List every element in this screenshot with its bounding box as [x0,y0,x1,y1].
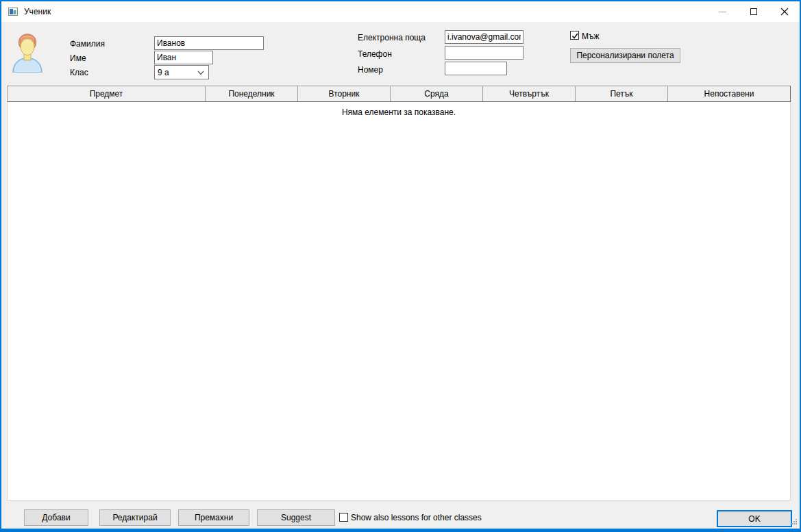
class-select-value: 9 а [158,68,169,77]
column-header-unplaced[interactable]: Непоставени [668,86,790,101]
email-label: Електронна поща [358,33,426,42]
table-header-row: Предмет Понеделник Вторник Сряда Четвърт… [7,86,791,102]
column-header-tuesday[interactable]: Вторник [298,86,391,101]
male-checkbox-label: Мъж [582,31,600,41]
close-button[interactable] [769,1,800,22]
first-name-input[interactable] [154,51,213,64]
edit-button[interactable]: Редактирай [99,509,171,526]
empty-table-message: Няма елементи за показване. [8,107,790,117]
suggest-button[interactable]: Suggest [257,509,335,526]
maximize-icon [750,8,757,15]
number-input[interactable] [445,62,507,75]
window-title: Ученик [24,7,51,16]
show-other-classes-label: Show also lessons for other classes [351,513,482,522]
table-body: Няма елементи за показване. [7,102,791,501]
chevron-down-icon [197,71,204,75]
last-name-label: Фамилия [70,39,105,49]
phone-label: Телефон [358,49,392,59]
male-checkbox[interactable] [570,31,579,40]
phone-input[interactable] [445,46,523,60]
minimize-icon [719,12,726,12]
app-icon [8,6,19,17]
column-header-thursday[interactable]: Четвъртък [483,86,576,101]
ok-button[interactable]: OK [717,510,792,527]
column-header-friday[interactable]: Петък [576,86,668,101]
maximize-button[interactable] [738,1,769,22]
resize-grip[interactable] [791,518,798,527]
column-header-wednesday[interactable]: Сряда [391,86,483,101]
column-header-monday[interactable]: Понеделник [206,86,298,101]
window-controls [707,1,800,22]
student-avatar-icon [11,33,44,75]
remove-button[interactable]: Премахни [178,509,249,526]
student-dialog-window: Ученик Фамилия Име [0,0,801,532]
email-input[interactable] [445,30,523,44]
checkmark-icon [571,31,580,40]
number-label: Номер [358,65,383,75]
close-icon [780,8,789,16]
column-header-subject[interactable]: Предмет [8,86,206,101]
minimize-button[interactable] [707,1,738,22]
class-label: Клас [70,68,88,77]
show-other-classes-checkbox[interactable] [339,513,348,522]
last-name-input[interactable] [154,36,264,50]
titlebar[interactable]: Ученик [1,1,800,22]
first-name-label: Име [70,53,86,63]
add-button[interactable]: Добави [24,509,88,526]
class-select[interactable]: 9 а [154,65,209,79]
custom-fields-button[interactable]: Персонализирани полета [570,48,680,63]
